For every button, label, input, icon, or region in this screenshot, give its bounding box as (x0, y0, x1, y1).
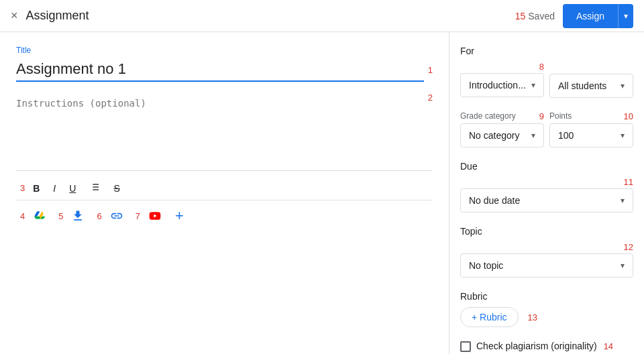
points-value: 100 (558, 130, 618, 141)
due-arrow: ▾ (621, 196, 625, 205)
topic-value: No topic (469, 260, 618, 271)
list-button[interactable] (84, 179, 105, 197)
annotation-11: 11 (460, 177, 633, 187)
strikethrough-button[interactable]: S (108, 180, 125, 196)
annotation-12: 12 (460, 242, 633, 252)
due-section: Due 11 No due date ▾ (460, 161, 633, 213)
assign-button[interactable]: Assign (563, 4, 618, 28)
instructions-field-group: 2 (16, 93, 433, 160)
due-date-select[interactable]: No due date ▾ (460, 188, 633, 213)
annotation-5: 5 (58, 211, 63, 221)
for-students-value: All students (558, 80, 618, 91)
plagiarism-checkbox[interactable] (460, 341, 471, 352)
youtube-button[interactable] (143, 205, 167, 227)
annotation-8: 8 (460, 62, 544, 72)
topic-select[interactable]: No topic ▾ (460, 253, 633, 278)
instructions-textarea[interactable] (16, 93, 424, 160)
due-label: Due (460, 161, 633, 172)
points-select[interactable]: 100 ▾ (549, 123, 633, 148)
assign-dropdown-button[interactable]: ▾ (618, 4, 633, 28)
underline-button[interactable]: U (64, 180, 81, 196)
annotation-13: 13 (528, 312, 537, 322)
plagiarism-row: Check plagiarism (originality) 14 Learn … (460, 341, 633, 354)
annotation-4: 4 (20, 211, 25, 221)
for-class-arrow: ▾ (531, 80, 535, 90)
toolbar-divider (16, 170, 433, 171)
plagiarism-label: Check plagiarism (originality) (476, 341, 597, 351)
page-title: Assignment (26, 9, 515, 23)
grade-row: Grade category 9 No category ▾ Points 10 (460, 111, 633, 148)
saved-label: Saved (528, 11, 555, 21)
annotation-10: 10 (624, 111, 633, 121)
format-toolbar: 3 B I U S (16, 176, 433, 200)
rubric-label: Rubric (460, 291, 633, 302)
left-panel: Title 1 2 3 B I U S 4 (0, 32, 449, 354)
rubric-section: Rubric + Rubric 13 (460, 291, 633, 327)
grade-label: Grade category (460, 111, 544, 121)
points-label: Points (549, 111, 633, 121)
for-section: For 8 Introduction... ▾ All students ▾ (460, 46, 633, 98)
add-more-button[interactable]: + (170, 203, 189, 229)
italic-button[interactable]: I (48, 180, 61, 196)
grade-arrow: ▾ (531, 131, 535, 140)
close-icon: × (11, 9, 18, 22)
plagiarism-section: Check plagiarism (originality) 14 Learn … (460, 341, 633, 354)
grade-category-select[interactable]: No category ▾ (460, 123, 544, 148)
main-layout: Title 1 2 3 B I U S 4 (0, 32, 644, 354)
annotation-14: 14 (604, 341, 613, 351)
annotation-9: 9 (539, 111, 544, 121)
topic-arrow: ▾ (621, 261, 625, 270)
annotation-3: 3 (20, 183, 25, 193)
topic-label: Topic (460, 226, 633, 237)
title-field-group: Title 1 (16, 46, 433, 82)
top-bar: × Assignment 15 Saved Assign ▾ (0, 0, 644, 32)
for-row: 8 Introduction... ▾ All students ▾ (460, 62, 633, 98)
topic-section: Topic 12 No topic ▾ (460, 226, 633, 278)
annotation-1: 1 (428, 65, 433, 75)
saved-count: 15 (515, 11, 526, 21)
link-button[interactable] (105, 205, 129, 227)
for-students-select[interactable]: All students ▾ (549, 74, 633, 98)
title-label: Title (16, 46, 433, 55)
right-panel: For 8 Introduction... ▾ All students ▾ (449, 32, 644, 354)
for-students-arrow: ▾ (621, 81, 625, 91)
for-label: For (460, 46, 633, 56)
for-class-value: Introduction... (469, 80, 529, 91)
close-button[interactable]: × (11, 9, 18, 23)
due-date-value: No due date (469, 195, 618, 206)
annotation-2: 2 (428, 93, 433, 103)
rubric-button[interactable]: + Rubric (460, 307, 519, 327)
bold-button[interactable]: B (28, 180, 45, 196)
annotation-7-note: 7 (136, 211, 140, 221)
grade-section: Grade category 9 No category ▾ Points 10 (460, 111, 633, 148)
drive-attach-button[interactable] (28, 205, 52, 227)
plagiarism-content: Check plagiarism (originality) 14 Learn … (476, 341, 613, 354)
upload-button[interactable] (66, 205, 90, 227)
attachment-toolbar: 4 5 6 7 (16, 200, 433, 231)
annotation-6: 6 (97, 211, 101, 221)
points-arrow: ▾ (621, 131, 625, 140)
for-class-select[interactable]: Introduction... ▾ (460, 73, 544, 97)
title-input[interactable] (16, 58, 424, 82)
grade-category-value: No category (469, 130, 529, 141)
